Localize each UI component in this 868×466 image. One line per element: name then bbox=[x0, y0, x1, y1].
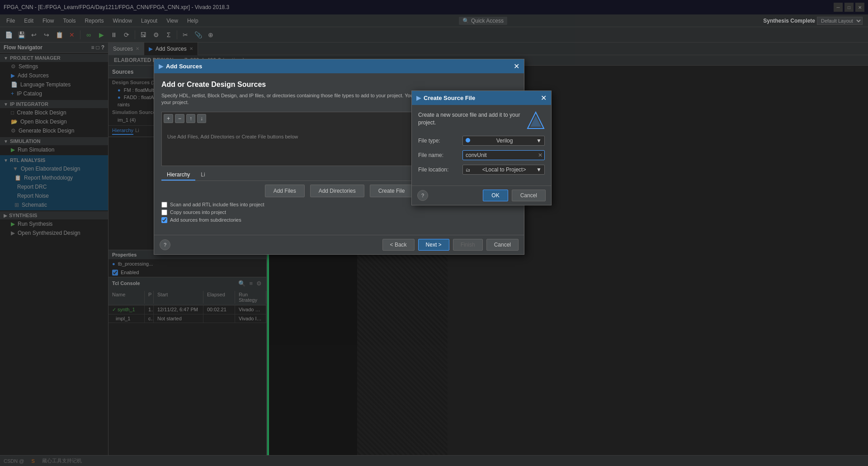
fl-remove-button[interactable]: − bbox=[175, 114, 184, 123]
nav-buttons: < Back Next > Finish Cancel bbox=[382, 239, 519, 251]
dropdown-arrow: ▼ bbox=[536, 138, 542, 144]
file-location-value: <Local to Project> bbox=[482, 166, 526, 173]
csf-body: Create a new source file and add it to y… bbox=[412, 105, 551, 185]
fl-down-button[interactable]: ↓ bbox=[197, 114, 206, 123]
csf-description: Create a new source file and add it to y… bbox=[418, 111, 523, 127]
file-location-arrow: ▼ bbox=[536, 166, 542, 173]
copy-sources-checkbox[interactable] bbox=[161, 209, 167, 215]
create-file-button[interactable]: Create File bbox=[370, 185, 414, 197]
scan-rtl-checkbox[interactable] bbox=[161, 202, 167, 208]
dialog-cancel-button[interactable]: Cancel bbox=[486, 239, 519, 251]
csf-ok-button[interactable]: OK bbox=[483, 190, 508, 201]
file-location-dropdown[interactable]: 🗂 <Local to Project> ▼ bbox=[462, 165, 545, 175]
option-add-subdirs: Add sources from subdirectories bbox=[161, 216, 517, 224]
add-sources-close-button[interactable]: ✕ bbox=[514, 62, 519, 71]
add-files-button[interactable]: Add Files bbox=[265, 185, 305, 197]
csf-title: Create Source File bbox=[424, 95, 475, 101]
copy-sources-label: Copy sources into project bbox=[170, 209, 226, 215]
vivado-header-icon: ▶ bbox=[159, 63, 163, 70]
file-name-input[interactable] bbox=[463, 151, 536, 160]
csf-description-area: Create a new source file and add it to y… bbox=[418, 111, 545, 129]
csf-close-button[interactable]: ✕ bbox=[541, 94, 547, 102]
back-button[interactable]: < Back bbox=[382, 239, 415, 251]
fl-add-button[interactable]: + bbox=[164, 114, 173, 123]
csf-help-button[interactable]: ? bbox=[417, 190, 428, 201]
csf-cancel-button[interactable]: Cancel bbox=[512, 190, 546, 201]
file-type-label: File type: bbox=[418, 138, 459, 144]
file-type-dot bbox=[466, 138, 473, 144]
scan-rtl-label: Scan and add RTL include files into proj… bbox=[170, 202, 264, 207]
file-location-icon: 🗂 bbox=[466, 167, 470, 172]
file-type-dropdown[interactable]: Verilog ▼ bbox=[462, 136, 545, 146]
next-button[interactable]: Next > bbox=[418, 239, 449, 251]
csf-header-icon: ▶ bbox=[416, 95, 421, 101]
file-name-clear-button[interactable]: ✕ bbox=[536, 152, 544, 158]
add-sources-heading: Add or Create Design Sources bbox=[161, 81, 517, 89]
file-type-row: File type: Verilog ▼ bbox=[418, 136, 545, 146]
option-copy-sources: Copy sources into project bbox=[161, 209, 517, 216]
finish-button[interactable]: Finish bbox=[453, 239, 483, 251]
add-sources-dialog-title: Add Sources bbox=[166, 63, 202, 70]
file-location-label: File location: bbox=[418, 166, 459, 173]
add-subdirs-checkbox[interactable] bbox=[161, 217, 167, 223]
add-directories-button[interactable]: Add Directories bbox=[310, 185, 364, 197]
add-sources-dialog-header: ▶ Add Sources ✕ bbox=[154, 59, 524, 73]
dialog-help-button[interactable]: ? bbox=[160, 239, 170, 250]
add-sources-header-left: ▶ Add Sources bbox=[159, 63, 202, 70]
file-location-row: File location: 🗂 <Local to Project> ▼ bbox=[418, 165, 545, 175]
create-source-file-dialog: ▶ Create Source File ✕ Create a new sour… bbox=[411, 90, 552, 205]
file-type-value: Verilog bbox=[496, 138, 513, 144]
vivado-logo bbox=[527, 111, 545, 129]
csf-footer-buttons: OK Cancel bbox=[483, 190, 546, 201]
file-name-input-wrapper: ✕ bbox=[462, 150, 545, 160]
csf-header: ▶ Create Source File ✕ bbox=[412, 91, 551, 105]
add-subdirs-label: Add sources from subdirectories bbox=[170, 217, 241, 223]
dialog-tab-li[interactable]: Li bbox=[195, 170, 210, 181]
fl-up-button[interactable]: ↑ bbox=[186, 114, 195, 123]
csf-footer: ? OK Cancel bbox=[412, 185, 551, 205]
file-name-label: File name: bbox=[418, 152, 459, 158]
csf-header-left: ▶ Create Source File bbox=[416, 95, 475, 101]
dialog-tab-hierarchy[interactable]: Hierarchy bbox=[161, 170, 195, 181]
file-name-row: File name: ✕ bbox=[418, 150, 545, 160]
svg-marker-1 bbox=[530, 116, 541, 127]
add-sources-nav: ? < Back Next > Finish Cancel bbox=[154, 235, 524, 254]
